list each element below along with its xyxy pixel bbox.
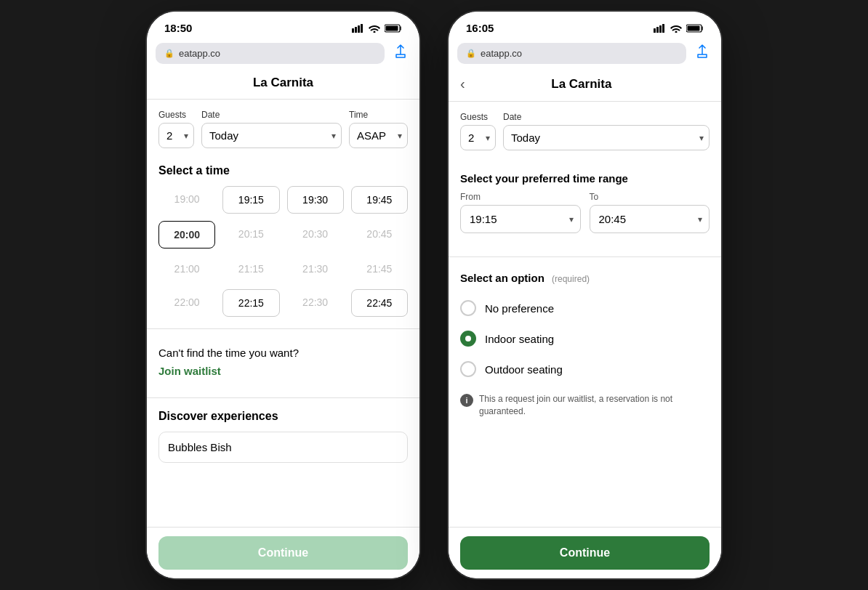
date-filter-right: Date Today Tomorrow <box>503 112 710 150</box>
date-label: Date <box>201 110 342 120</box>
time-select[interactable]: ASAP 19:00 20:00 <box>349 123 408 148</box>
browser-bar-right: 🔒 eatapp.co <box>449 39 721 68</box>
address-bar-left[interactable]: 🔒 eatapp.co <box>156 43 385 64</box>
back-button[interactable]: ‹ <box>460 76 465 92</box>
from-select-wrap[interactable]: 19:15 19:00 19:30 19:45 20:00 <box>460 205 581 233</box>
experiences-heading: Discover experiences <box>158 410 408 423</box>
address-bar-right[interactable]: 🔒 eatapp.co <box>457 43 686 64</box>
share-button-left[interactable] <box>390 43 411 64</box>
from-group: From 19:15 19:00 19:30 19:45 20:00 <box>460 192 581 233</box>
date-select-wrap-right[interactable]: Today Tomorrow <box>503 125 710 150</box>
continue-button-right[interactable]: Continue <box>460 536 710 570</box>
filters-row-right: Guests 2 1 3 Date <box>449 102 721 161</box>
option-item-1[interactable]: Indoor seating <box>449 323 721 354</box>
waitlist-link[interactable]: Join waitlist <box>158 365 408 377</box>
continue-btn-wrap-left: Continue <box>147 527 419 578</box>
info-notice: i This a request join our waitlist, a re… <box>460 393 710 418</box>
time-slot-2[interactable]: 19:30 <box>287 186 344 214</box>
content-right: Guests 2 1 3 Date <box>449 102 721 527</box>
to-select-wrap[interactable]: 20:45 20:00 20:15 20:30 21:00 <box>590 205 710 233</box>
time-slot-15[interactable]: 22:45 <box>351 289 408 317</box>
signal-icon <box>352 24 364 33</box>
waitlist-section: Can't find the time you want? Join waitl… <box>147 341 419 386</box>
lock-icon-right: 🔒 <box>466 49 476 58</box>
divider-2 <box>147 397 419 398</box>
status-icons-left <box>352 24 402 33</box>
time-slot-5: 20:15 <box>222 221 279 248</box>
time-slot-6: 20:30 <box>287 221 344 248</box>
option-item-2[interactable]: Outdoor seating <box>449 354 721 384</box>
waitlist-question: Can't find the time you want? <box>158 347 408 359</box>
date-select[interactable]: Today Tomorrow <box>201 123 342 148</box>
lock-icon: 🔒 <box>164 49 174 58</box>
time-slot-4[interactable]: 20:00 <box>158 221 215 248</box>
filters-row-left: Guests 2 1 3 4 Date <box>147 100 419 158</box>
guests-label: Guests <box>158 110 194 120</box>
time-slot-13[interactable]: 22:15 <box>222 289 279 317</box>
experiences-section: Discover experiences Bubbles Bish <box>147 410 419 463</box>
guests-label-right: Guests <box>460 112 496 122</box>
option-item-0[interactable]: No preference <box>449 293 721 323</box>
select-time-heading: Select a time <box>147 158 419 186</box>
signal-icon-right <box>654 24 666 33</box>
date-select-right[interactable]: Today Tomorrow <box>503 125 710 150</box>
time-slot-1[interactable]: 19:15 <box>222 186 279 214</box>
date-filter: Date Today Tomorrow <box>201 110 342 148</box>
status-bar-left: 18:50 <box>147 12 419 39</box>
time-slot-9: 21:15 <box>222 256 279 282</box>
time-slot-11: 21:45 <box>351 256 408 282</box>
divider-right <box>449 256 721 257</box>
continue-btn-wrap-right: Continue <box>449 527 721 578</box>
url-right: eatapp.co <box>481 48 522 59</box>
page-title-left: La Carnita <box>147 68 419 100</box>
radio-circle-1 <box>460 331 476 347</box>
option-label-2: Outdoor seating <box>485 363 563 376</box>
guests-select-wrap[interactable]: 2 1 3 4 <box>158 123 194 148</box>
time-slot-7: 20:45 <box>351 221 408 248</box>
guests-select-right[interactable]: 2 1 3 <box>460 125 496 150</box>
svg-rect-6 <box>654 28 656 33</box>
time-select-wrap[interactable]: ASAP 19:00 20:00 <box>349 123 408 148</box>
from-label: From <box>460 192 581 202</box>
svg-rect-11 <box>688 25 700 31</box>
to-label: To <box>590 192 710 202</box>
time-grid: 19:0019:1519:3019:4520:0020:1520:3020:45… <box>147 186 419 317</box>
time-slot-12: 22:00 <box>158 289 215 317</box>
time-slot-14: 22:30 <box>287 289 344 317</box>
radio-circle-0 <box>460 300 476 316</box>
svg-rect-7 <box>656 27 659 33</box>
option-heading: Select an option (required) <box>449 269 721 293</box>
time-label: Time <box>349 110 408 120</box>
status-bar-right: 16:05 <box>449 12 721 39</box>
option-label-0: No preference <box>485 302 554 315</box>
wifi-icon <box>369 24 380 33</box>
guests-filter: Guests 2 1 3 4 <box>158 110 194 148</box>
preferred-time-heading: Select your preferred time range <box>449 161 721 192</box>
svg-rect-9 <box>662 24 664 33</box>
info-text: This a request join our waitlist, a rese… <box>479 393 710 418</box>
share-button-right[interactable] <box>692 43 712 64</box>
back-nav: ‹ La Carnita <box>449 68 721 102</box>
time-slot-3[interactable]: 19:45 <box>351 186 408 214</box>
guests-filter-right: Guests 2 1 3 <box>460 112 496 150</box>
url-left: eatapp.co <box>179 48 220 59</box>
option-label-1: Indoor seating <box>485 333 554 345</box>
guests-select[interactable]: 2 1 3 4 <box>158 123 194 148</box>
time-filter: Time ASAP 19:00 20:00 <box>349 110 408 148</box>
time-right: 16:05 <box>466 22 494 34</box>
date-select-wrap[interactable]: Today Tomorrow <box>201 123 342 148</box>
to-group: To 20:45 20:00 20:15 20:30 21:00 <box>590 192 710 233</box>
continue-button-left[interactable]: Continue <box>158 536 408 570</box>
svg-rect-1 <box>355 27 357 33</box>
to-select[interactable]: 20:45 20:00 20:15 20:30 21:00 <box>590 205 710 233</box>
from-select[interactable]: 19:15 19:00 19:30 19:45 20:00 <box>460 205 581 233</box>
guests-select-wrap-right[interactable]: 2 1 3 <box>460 125 496 150</box>
status-icons-right <box>654 24 704 33</box>
svg-rect-2 <box>358 25 360 33</box>
options-container: No preferenceIndoor seatingOutdoor seati… <box>449 293 721 384</box>
time-slot-8: 21:00 <box>158 256 215 282</box>
browser-bar-left: 🔒 eatapp.co <box>147 39 419 68</box>
experience-card[interactable]: Bubbles Bish <box>158 432 408 463</box>
svg-rect-8 <box>659 25 662 33</box>
svg-rect-0 <box>352 28 354 33</box>
